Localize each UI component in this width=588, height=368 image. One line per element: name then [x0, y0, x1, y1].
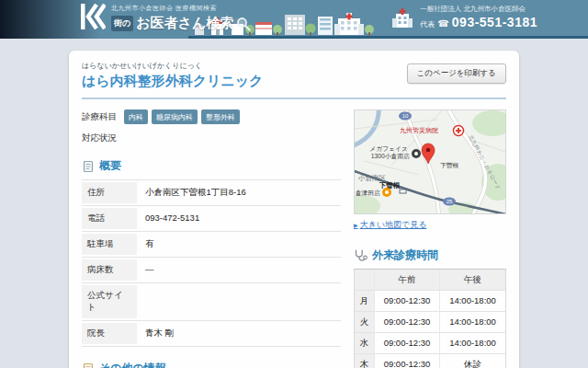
pm-cell: 14:00-18:00 [440, 291, 505, 312]
arrow-icon: ▶ [354, 222, 358, 228]
route-shield: 10 [402, 113, 409, 119]
hours-row: 水 09:00-12:30 14:00-18:00 [355, 333, 505, 354]
row-label: 公式サイト [82, 285, 137, 318]
table-row: 院長 青木 剛 [82, 321, 341, 347]
status-label: 対応状況 [82, 132, 124, 144]
department-tag: 糖尿病内科 [152, 109, 198, 124]
larger-map-link[interactable]: ▶ 大きい地図で見る [354, 219, 426, 231]
day-cell: 木 [355, 354, 375, 368]
pm-cell: 14:00-18:00 [440, 312, 505, 333]
clinic-furigana: はらないかせいけいげかくりにっく [82, 61, 263, 71]
stethoscope-icon [354, 248, 368, 262]
day-cell: 水 [355, 333, 375, 354]
am-cell: 09:00-12:30 [375, 354, 440, 368]
site-badge: 街の [111, 16, 133, 31]
rep-label: 代表 [420, 19, 435, 29]
day-cell: 火 [355, 312, 375, 333]
map-station-label: 下曽根 [440, 162, 459, 168]
department-tag: 整形外科 [201, 109, 240, 124]
table-row: 電話 093-472-5131 [82, 206, 341, 232]
row-value: 青木 剛 [137, 323, 182, 344]
departments-label: 診療科目 [82, 111, 124, 123]
magnifier-icon [236, 17, 251, 31]
overview-table: 住所 小倉南区下曽根1丁目8-16 電話 093-472-5131 駐車場 有 [82, 179, 341, 347]
page-body: はらないかせいけいげかくりにっく はら内科整形外科クリニック このページを印刷す… [0, 39, 588, 368]
department-tags: 内科 糖尿病内科 整形外科 [124, 109, 240, 124]
hours-row: 木 09:00-12:30 休診 [355, 354, 505, 368]
page: 北九州市小倉医師会 医療機関検索 街の お医者さん検索 [0, 0, 588, 368]
row-value: — [137, 259, 163, 281]
am-cell: 09:00-12:30 [375, 312, 440, 333]
department-tag: 内科 [124, 109, 148, 124]
day-cell: 月 [355, 291, 375, 312]
map-shop-label: メガフェイス [369, 145, 408, 152]
medical-association-icon [391, 7, 413, 28]
pm-cell-closed: 休診 [440, 354, 505, 368]
larger-map-link-label: 大きい地図で見る [360, 219, 427, 231]
map-hospital-label: 九州労災病院 [400, 127, 438, 134]
header-contact: 一般社団法人 北九州市小倉医師会 代表 ☎ 093-551-3181 [391, 5, 537, 29]
row-label: 院長 [82, 323, 137, 344]
site-logo[interactable]: 北九州市小倉医師会 医療機関検索 街の お医者さん検索 [81, 4, 251, 32]
row-label: 駐車場 [82, 234, 137, 255]
row-value: 小倉南区下曽根1丁目8-16 [137, 182, 254, 203]
title-divider [82, 98, 506, 99]
org-name: 一般社団法人 北九州市小倉医師会 [420, 5, 537, 14]
hours-table: 午前 午後 月 09:00-12:30 14:00-18:00 火 09:00-… [354, 269, 506, 368]
site-title: お医者さん検索 [136, 15, 233, 32]
row-label: 病床数 [82, 259, 137, 281]
table-row: 駐車場 有 [82, 232, 341, 258]
table-row: 病床数 — [82, 258, 341, 283]
left-column: 診療科目 内科 糖尿病内科 整形外科 対応状況 [82, 109, 341, 368]
map-shop2-label: 倉津田店 [356, 190, 380, 197]
hours-title: 外来診療時間 [372, 247, 438, 263]
document-icon [82, 160, 95, 173]
am-column-header: 午前 [375, 270, 440, 291]
map-ward-label: 小倉南区 [357, 174, 387, 182]
table-row: 公式サイト [82, 283, 341, 321]
route-shield: 25 [447, 199, 453, 204]
header-phone-number: 093-551-3181 [452, 15, 537, 29]
am-cell: 09:00-12:30 [375, 333, 440, 354]
site-subtitle: 北九州市小倉医師会 医療機関検索 [111, 4, 251, 13]
phone-icon: ☎ [437, 18, 448, 29]
overview-title: 概要 [99, 158, 121, 174]
row-value: 093-472-5131 [137, 208, 208, 229]
pm-column-header: 午後 [440, 270, 505, 291]
right-column: 10 25 九州労災病院 メガフェイス 1300小倉南店 [354, 109, 506, 368]
map-shop-label2: 1300小倉南店 [371, 153, 411, 160]
table-row: 住所 小倉南区下曽根1丁目8-16 [82, 180, 341, 206]
site-header: 北九州市小倉医師会 医療機関検索 街の お医者さん検索 [0, 0, 588, 39]
notepad-icon [82, 362, 95, 368]
print-page-button[interactable]: このページを印刷する [407, 63, 506, 84]
hours-row: 月 09:00-12:30 14:00-18:00 [355, 291, 505, 312]
clinic-name: はら内科整形外科クリニック [82, 73, 263, 90]
row-label: 住所 [82, 182, 137, 203]
clinic-detail-card: はらないかせいけいげかくりにっく はら内科整形外科クリニック このページを印刷す… [69, 51, 519, 368]
location-map[interactable]: 10 25 九州労災病院 メガフェイス 1300小倉南店 [354, 109, 506, 214]
logo-chevron-icon [81, 4, 106, 29]
other-info-title: その他の情報 [99, 361, 166, 368]
hours-row: 火 09:00-12:30 14:00-18:00 [355, 312, 505, 333]
row-value: 有 [137, 234, 163, 255]
map-station2-label: 下曽根 [379, 181, 401, 190]
row-label: 電話 [82, 208, 137, 229]
am-cell: 09:00-12:30 [375, 291, 440, 312]
pm-cell: 14:00-18:00 [440, 333, 505, 354]
row-value [137, 285, 153, 318]
hours-header-row: 午前 午後 [355, 270, 505, 291]
